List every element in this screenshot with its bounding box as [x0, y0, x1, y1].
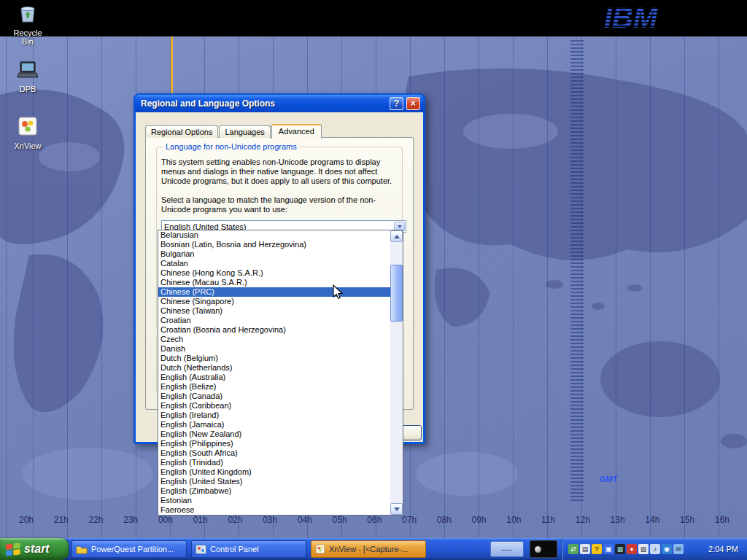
network-status-icon[interactable]: ◉ — [662, 544, 672, 554]
scrollbar-thumb[interactable] — [390, 265, 403, 322]
scheduler-icon[interactable]: ▧ — [638, 544, 649, 554]
taskbar: start PowerQuest Partition... Control Pa… — [0, 538, 747, 560]
timezone-labels: 20h21h22h23h00h01h02h03h04h05h06h07h08h0… — [19, 515, 729, 525]
moon-icon — [535, 546, 541, 553]
language-option[interactable]: English (United Kingdom) — [158, 467, 390, 477]
language-option[interactable]: Bosnian (Latin, Bosnia and Herzegovina) — [158, 240, 390, 249]
groupbox-instruction: Select a language to match the language … — [161, 195, 405, 214]
language-option[interactable]: Dutch (Belgium) — [158, 354, 390, 363]
groupbox-title: Language for non-Unicode programs — [163, 142, 300, 151]
timezone-label: 14h — [645, 515, 659, 525]
timezone-label: 16h — [715, 515, 729, 525]
close-button[interactable]: × — [406, 97, 420, 110]
language-option[interactable]: Chinese (Singapore) — [158, 297, 390, 306]
language-option[interactable]: English (Zimbabwe) — [158, 486, 390, 496]
tab-languages[interactable]: Languages — [219, 125, 270, 138]
language-option[interactable]: Estonian — [158, 496, 390, 505]
timezone-label: 15h — [680, 515, 694, 525]
language-option[interactable]: Danish — [158, 344, 390, 354]
desktop-icon-xnview[interactable]: XnView — [9, 115, 47, 150]
timezone-label: 05h — [333, 515, 347, 525]
language-list: BelarusianBosnian (Latin, Bosnia and Her… — [158, 230, 390, 515]
timezone-label: 20h — [19, 515, 34, 525]
timezone-label: 12h — [576, 515, 590, 525]
timezone-label: 03h — [263, 515, 277, 525]
language-option[interactable]: English (Jamaica) — [158, 420, 390, 429]
windows-flag-icon — [5, 541, 21, 557]
laptop-icon — [16, 60, 39, 80]
desktop: 20h21h22h23h00h01h02h03h04h05h06h07h08h0… — [0, 0, 747, 560]
tab-regional-options[interactable]: Regional Options — [145, 125, 218, 138]
display-settings-icon[interactable]: ▣ — [603, 544, 614, 554]
current-time-marker-line — [171, 36, 173, 93]
language-option[interactable]: Chinese (PRC) — [158, 287, 390, 297]
timezone-label: 04h — [298, 515, 312, 525]
desktop-icon-dpb[interactable]: DPB — [9, 60, 47, 93]
desktop-icon-label: Recycle Bin — [9, 28, 47, 46]
list-scrollbar[interactable] — [390, 230, 403, 515]
taskbar-black-panel[interactable] — [530, 540, 557, 558]
language-option[interactable]: English (Canada) — [158, 392, 390, 401]
security-updates-icon[interactable]: ? — [592, 544, 602, 554]
language-option[interactable]: English (United States) — [158, 477, 390, 486]
language-option[interactable]: Chinese (Hong Kong S.A.R.) — [158, 268, 390, 278]
help-button[interactable]: ? — [390, 97, 403, 110]
desktop-icon-recycle-bin[interactable]: Recycle Bin — [9, 2, 47, 46]
dialog-titlebar[interactable]: Regional and Language Options ? × — [135, 95, 424, 112]
timezone-label: 02h — [228, 515, 242, 525]
safely-remove-hardware-icon[interactable]: ⇄ — [568, 544, 578, 554]
task-label: Control Panel — [210, 545, 259, 553]
timezone-label: 13h — [611, 515, 625, 525]
language-option[interactable]: Chinese (Macau S.A.R.) — [158, 278, 390, 287]
timezone-label: 11h — [541, 515, 555, 525]
timezone-label: 00h — [158, 515, 173, 525]
date-line-hatch — [570, 40, 584, 501]
taskbar-task-powerquest[interactable]: PowerQuest Partition... — [71, 540, 187, 558]
antivirus-icon[interactable]: ♦ — [627, 544, 637, 554]
timezone-label: 21h — [54, 515, 69, 525]
folder-icon — [76, 545, 88, 554]
keyboard-layout-icon[interactable]: ▤ — [580, 544, 590, 554]
language-option[interactable]: Czech — [158, 335, 390, 344]
timezone-label: 23h — [123, 515, 138, 525]
taskbar-task-control-panel[interactable]: Control Panel — [191, 540, 306, 558]
language-option[interactable]: Dutch (Netherlands) — [158, 363, 390, 373]
scroll-up-button[interactable] — [390, 230, 403, 242]
desktop-icon-label: XnView — [9, 141, 47, 150]
timezone-label: 07h — [402, 515, 417, 525]
language-option[interactable]: Chinese (Taiwan) — [158, 306, 390, 316]
partition-tool-icon[interactable]: ▦ — [615, 544, 625, 554]
language-option[interactable]: Croatian — [158, 316, 390, 325]
language-option[interactable]: English (Trinidad) — [158, 458, 390, 467]
start-button[interactable]: start — [0, 538, 69, 560]
system-tray: ⇄▤?▣▦♦▧♪◉✉ 2:04 PM — [562, 538, 747, 560]
language-option[interactable]: Belarusian — [158, 230, 390, 240]
language-option[interactable]: English (South Africa) — [158, 448, 390, 458]
taskbar-toolbar-fragment[interactable]: ---- — [490, 541, 524, 557]
arrow-up-icon — [394, 232, 400, 238]
language-option[interactable]: English (Australia) — [158, 373, 390, 382]
tab-advanced[interactable]: Advanced — [271, 124, 322, 139]
timezone-label: 09h — [472, 515, 487, 525]
timezone-label: 06h — [367, 515, 382, 525]
language-option[interactable]: Catalan — [158, 259, 390, 268]
messenger-icon[interactable]: ✉ — [673, 544, 684, 554]
language-option[interactable]: English (New Zealand) — [158, 429, 390, 439]
language-option[interactable]: English (Belize) — [158, 382, 390, 392]
language-option[interactable]: Bulgarian — [158, 249, 390, 259]
tray-clock[interactable]: 2:04 PM — [708, 545, 747, 553]
taskbar-task-xnview[interactable]: XnView - [<Capture-... — [311, 540, 426, 558]
dialog-tabs: Regional Options Languages Advanced — [145, 122, 322, 138]
scroll-down-button[interactable] — [390, 503, 403, 515]
task-label: PowerQuest Partition... — [91, 545, 174, 553]
tray-icons: ⇄▤?▣▦♦▧♪◉✉ — [568, 544, 684, 554]
language-option[interactable]: English (Philippines) — [158, 439, 390, 448]
language-option[interactable]: English (Caribbean) — [158, 401, 390, 411]
volume-icon[interactable]: ♪ — [650, 544, 660, 554]
start-button-label: start — [24, 542, 50, 556]
language-option[interactable]: English (Ireland) — [158, 411, 390, 420]
mouse-cursor — [333, 284, 344, 300]
language-option[interactable]: Faeroese — [158, 505, 390, 515]
language-option[interactable]: Croatian (Bosnia and Herzegovina) — [158, 325, 390, 335]
xnview-icon — [315, 544, 325, 554]
